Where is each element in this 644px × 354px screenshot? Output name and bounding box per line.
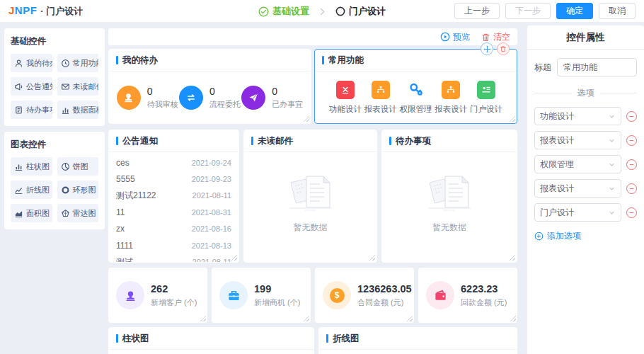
common-functions-panel-selected[interactable]: 常用功能 功能设计 报表设计 xyxy=(314,49,517,124)
step-label: 门户设计 xyxy=(349,5,386,18)
chevron-down-icon xyxy=(608,161,616,169)
option-select-5[interactable]: 门户设计 xyxy=(534,203,621,222)
remove-option-button[interactable] xyxy=(626,183,637,194)
panel-title: 折线图 xyxy=(333,333,360,345)
pie-chart-icon xyxy=(61,162,70,171)
drag-button[interactable] xyxy=(481,42,493,55)
chart-widgets-grid: 柱状图 饼图 折线图 环形图 面积图 雷达图 xyxy=(11,157,98,222)
resize-handle[interactable] xyxy=(200,315,206,321)
todo-items-panel[interactable]: 待办事项 暂无数据 xyxy=(381,130,517,263)
option-select-2[interactable]: 报表设计 xyxy=(534,131,621,149)
next-step-button[interactable]: 下一步 xyxy=(505,3,551,19)
notice-name: 测试21122 xyxy=(116,190,156,202)
confirm-button[interactable]: 确定 xyxy=(556,3,593,19)
todo-value: 0 xyxy=(209,86,241,97)
panel-title: 未读邮件 xyxy=(258,135,293,147)
widget-area-chart[interactable]: 面积图 xyxy=(11,204,52,222)
bar-chart-icon xyxy=(61,105,70,115)
widget-common-functions[interactable]: 常用功能 xyxy=(57,54,99,72)
resize-handle[interactable] xyxy=(303,315,309,321)
notice-date: 2021-09-23 xyxy=(192,175,231,183)
unread-mail-panel[interactable]: 未读邮件 暂无数据 xyxy=(243,130,377,263)
bar-chart-icon xyxy=(14,162,23,171)
notice-date: 2021-08-16 xyxy=(192,224,231,233)
notice-item[interactable]: 测试2021-08-11 xyxy=(116,253,231,263)
widget-todo-items[interactable]: 待办事项 xyxy=(11,101,52,119)
notice-item[interactable]: ces2021-09-24 xyxy=(116,154,231,171)
step-portal-design[interactable]: 门户设计 xyxy=(335,5,386,18)
notice-item[interactable]: 55552021-09-23 xyxy=(116,171,231,187)
widget-sidebar: 基础控件 我的待办 常用功能 公告通知 未读邮件 待办事项 xyxy=(4,28,105,229)
check-circle-icon xyxy=(258,6,269,17)
remove-option-button[interactable] xyxy=(626,111,637,122)
wizard-steps: 基础设置 门户设计 xyxy=(258,0,386,23)
notice-name: 11 xyxy=(116,207,125,217)
todo-value: 0 xyxy=(272,86,303,97)
prev-step-button[interactable]: 上一步 xyxy=(454,3,500,19)
delete-button[interactable] xyxy=(497,42,510,55)
remove-option-button[interactable] xyxy=(626,207,637,218)
widget-unread-mail[interactable]: 未读邮件 xyxy=(57,77,99,96)
add-option-button[interactable]: 添加选项 xyxy=(534,230,581,242)
notice-item[interactable]: 测试211222021-08-11 xyxy=(116,188,231,204)
widget-label: 雷达图 xyxy=(73,208,96,219)
func-portal-design[interactable]: 门户设计 xyxy=(470,81,502,115)
preview-button[interactable]: 预览 xyxy=(440,31,470,43)
option-select-1[interactable]: 功能设计 xyxy=(534,107,621,125)
wallet-icon xyxy=(426,281,454,309)
panel-header: 折线图 xyxy=(319,328,517,350)
stat-card-payment-amount[interactable]: 6223.23 回款金额 (元) xyxy=(418,268,517,323)
empty-state: 暂无数据 xyxy=(382,152,517,262)
properties-title: 控件属性 xyxy=(527,25,644,50)
notice-item[interactable]: 11112021-08-13 xyxy=(116,237,231,253)
resize-handle[interactable] xyxy=(510,315,516,321)
paper-plane-icon xyxy=(241,86,265,110)
widget-my-todo[interactable]: 我的待办 xyxy=(11,54,52,72)
resize-handle[interactable] xyxy=(406,315,413,321)
func-report-design-2[interactable]: 报表设计 xyxy=(435,81,467,115)
widget-line-chart[interactable]: 折线图 xyxy=(11,181,52,199)
panel-controls xyxy=(481,42,510,55)
panel-header: 柱状图 xyxy=(109,328,314,350)
clear-button[interactable]: 清空 xyxy=(481,31,510,43)
func-function-design[interactable]: 功能设计 xyxy=(329,81,362,115)
title-marker xyxy=(251,137,253,145)
option-value: 报表设计 xyxy=(540,183,574,195)
title-input[interactable] xyxy=(557,58,637,76)
header-actions: 上一步 下一步 确定 取消 xyxy=(454,3,636,19)
canvas-row-2: 公告通知 ces2021-09-24 55552021-09-23 测试2112… xyxy=(108,130,517,263)
notice-item[interactable]: zx2021-08-16 xyxy=(116,221,231,237)
chevron-down-icon xyxy=(608,137,616,144)
stat-card-customers[interactable]: 262 新增客户 (个) xyxy=(108,268,207,323)
title-field: 标题 xyxy=(534,58,637,76)
option-select-3[interactable]: 权限管理 xyxy=(534,155,621,173)
widget-radar-chart[interactable]: 雷达图 xyxy=(57,204,99,222)
stat-card-contract-amount[interactable]: $ 1236263.05 合同金额 (元) xyxy=(315,268,414,323)
cancel-button[interactable]: 取消 xyxy=(599,3,636,19)
notice-item[interactable]: 112021-08-31 xyxy=(116,204,231,220)
step-basic-settings[interactable]: 基础设置 xyxy=(258,5,309,18)
panel-title: 待办事项 xyxy=(396,135,431,147)
func-report-design-1[interactable]: 报表设计 xyxy=(364,81,397,115)
my-todo-panel[interactable]: 我的待办 0 待我审核 0 xyxy=(108,49,311,124)
widget-pie-chart[interactable]: 饼图 xyxy=(57,157,99,176)
bar-chart-panel[interactable]: 柱状图 xyxy=(108,327,314,354)
dollar-coin-icon: $ xyxy=(323,281,351,309)
todo-label: 已办事宜 xyxy=(272,99,303,110)
widget-ring-chart[interactable]: 环形图 xyxy=(57,181,99,199)
panel-title: 柱状图 xyxy=(122,333,149,345)
empty-docs-icon xyxy=(422,173,476,213)
line-chart-panel[interactable]: 折线图 xyxy=(318,327,517,354)
notice-panel[interactable]: 公告通知 ces2021-09-24 55552021-09-23 测试2112… xyxy=(108,130,239,263)
option-row: 报表设计 xyxy=(534,179,637,198)
widget-notice[interactable]: 公告通知 xyxy=(11,77,52,96)
remove-option-button[interactable] xyxy=(626,159,637,170)
option-select-4[interactable]: 报表设计 xyxy=(534,179,621,198)
plus-circle-icon xyxy=(534,232,544,241)
remove-option-button[interactable] xyxy=(626,135,637,146)
func-permission-management[interactable]: 权限管理 xyxy=(400,81,432,115)
title-field-label: 标题 xyxy=(534,62,551,74)
widget-data-panel[interactable]: 数据面板 xyxy=(57,101,99,119)
stat-card-opportunities[interactable]: 199 新增商机 (个) xyxy=(212,268,311,323)
widget-bar-chart[interactable]: 柱状图 xyxy=(11,157,52,176)
